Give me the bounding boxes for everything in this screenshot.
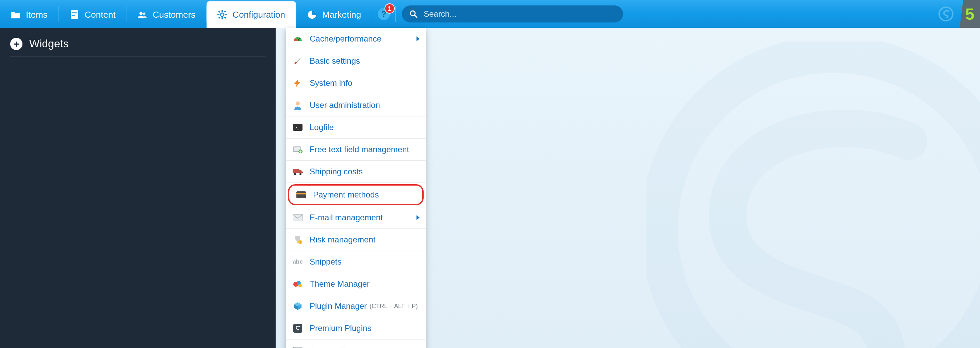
widgets-label: Widgets [29,37,69,50]
top-navbar: Items Content Customers Configuration [0,0,980,28]
nav-items-group: Items Content Customers Configuration [0,0,623,28]
text-field-plus-icon [292,145,304,154]
svg-rect-29 [293,169,299,173]
watermark-icon [646,42,980,348]
menu-label: Cache/performance [310,34,382,43]
menu-cache-performance[interactable]: Cache/performance [286,28,426,50]
list-icon [292,346,304,348]
menu-payment-methods[interactable]: Payment methods [288,184,424,205]
menu-shortcut: (CTRL + ALT + P) [369,303,418,310]
svg-point-5 [143,12,145,14]
notification-badge: 1 [385,3,395,14]
menu-basic-settings[interactable]: Basic settings [286,50,426,72]
svg-rect-22 [294,62,297,64]
folder-open-icon [11,11,21,19]
main-area: + Widgets [0,28,980,348]
menu-user-administration[interactable]: User administration [286,94,426,117]
version-label: 5 [966,5,975,24]
mail-icon [292,213,304,222]
svg-rect-13 [218,17,221,19]
menu-label: Logfile [310,123,334,132]
svg-rect-34 [293,214,302,221]
menu-label: Shipping costs [310,167,363,176]
svg-rect-1 [72,12,77,13]
menu-plugin-manager[interactable]: Plugin Manager (CTRL + ALT + P) [286,295,426,318]
menu-label: Plugin Manager [310,301,367,311]
svg-rect-32 [296,192,306,198]
truck-icon [292,167,304,176]
nav-label: Items [26,10,48,20]
menu-shipping-costs[interactable]: Shipping costs [286,161,426,183]
credit-card-icon [295,190,307,200]
menu-logfile[interactable]: >_ Logfile [286,117,426,139]
nav-content[interactable]: Content [59,2,127,28]
menu-email-management[interactable]: E-mail management [286,207,426,229]
plus-circle-icon: + [10,38,22,50]
svg-point-18 [939,7,953,21]
menu-content-types[interactable]: Content Types [286,340,426,348]
menu-snippets[interactable]: abc Snippets [286,251,426,273]
svg-line-17 [414,15,417,18]
svg-rect-10 [225,14,227,15]
search-icon [409,10,417,18]
svg-rect-8 [221,18,223,19]
svg-rect-14 [224,17,226,19]
menu-label: Premium Plugins [310,324,371,333]
svg-rect-2 [72,14,77,14]
theme-icon [292,279,304,289]
svg-rect-23 [297,58,301,62]
user-icon [292,101,304,110]
performance-icon [292,34,304,43]
search-field[interactable] [402,5,623,22]
menu-label: System info [310,78,352,88]
svg-rect-7 [221,10,223,12]
chevron-right-icon [417,37,420,41]
svg-rect-0 [71,10,78,19]
widgets-header[interactable]: + Widgets [10,37,266,56]
pie-chart-icon [307,11,317,19]
shopware-square-icon [292,324,304,333]
abc-icon: abc [292,257,304,267]
svg-point-30 [294,173,296,175]
svg-text:!: ! [299,240,301,244]
menu-label: Theme Manager [310,279,369,289]
chevron-right-icon [417,215,420,220]
svg-rect-3 [72,15,75,16]
svg-point-24 [296,102,300,105]
nav-configuration[interactable]: Configuration [207,2,296,28]
svg-point-6 [221,13,224,16]
nav-marketing[interactable]: Marketing [296,2,372,28]
configuration-dropdown: Cache/performance Basic settings System … [286,28,426,348]
version-tile: 5 [959,0,980,28]
svg-point-31 [299,173,301,175]
nav-label: Marketing [322,10,361,20]
svg-point-4 [139,12,142,15]
menu-system-info[interactable]: System info [286,72,426,94]
sidebar: + Widgets [0,28,275,348]
nav-label: Configuration [232,10,285,20]
menu-theme-manager[interactable]: Theme Manager [286,273,426,295]
menu-free-text-field[interactable]: Free text field management [286,139,426,161]
nav-label: Content [85,10,116,20]
svg-rect-12 [224,11,226,13]
menu-label: Payment methods [313,190,379,200]
menu-label: Risk management [310,235,375,244]
nav-customers[interactable]: Customers [127,2,207,28]
screwdriver-icon [292,56,304,66]
nav-items[interactable]: Items [0,2,59,28]
menu-label: Content Types [310,346,362,348]
topbar-right: 5 [932,0,980,28]
svg-rect-11 [218,11,221,13]
menu-premium-plugins[interactable]: Premium Plugins [286,318,426,340]
help-button[interactable]: ? 1 [372,0,395,28]
lightning-icon [292,78,304,88]
search-input[interactable] [424,9,616,19]
menu-label: Free text field management [310,145,409,154]
gear-icon [218,11,227,19]
menu-risk-management[interactable]: ! Risk management [286,229,426,251]
menu-label: E-mail management [310,213,383,222]
svg-rect-33 [296,193,306,195]
nav-label: Customers [153,10,196,20]
users-icon [138,11,147,19]
shopware-logo-icon [932,0,959,27]
